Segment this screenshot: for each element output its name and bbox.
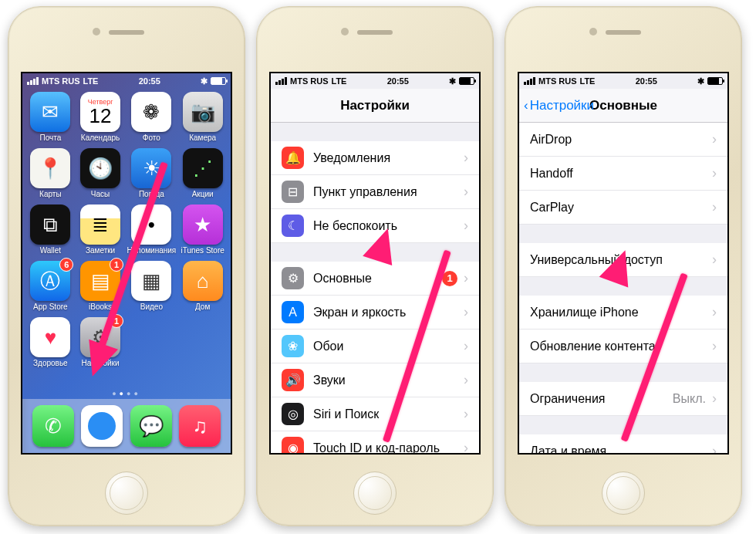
settings-row[interactable]: ☾Не беспокоить› <box>271 209 479 243</box>
app-clock[interactable]: 🕙Часы <box>77 148 124 198</box>
signal-icon <box>524 77 535 85</box>
bluetooth-icon: ✱ <box>697 76 704 86</box>
app-mail[interactable]: ✉Почта <box>27 92 74 142</box>
bluetooth-icon: ✱ <box>201 76 208 86</box>
row-label: Siri и Поиск <box>313 407 379 421</box>
app-ibooks[interactable]: ▤1iBooks <box>77 261 124 311</box>
app-label: Настройки <box>77 359 124 367</box>
app-itunes[interactable]: ★iTunes Store <box>179 204 226 255</box>
settings-row[interactable]: Хранилище iPhone› <box>519 296 727 330</box>
music-app[interactable]: ♫ <box>179 405 221 447</box>
app-health[interactable]: ♥Здоровье <box>27 317 74 367</box>
app-label: Заметки <box>77 246 124 255</box>
app-label: iTunes Store <box>179 246 226 255</box>
app-settings[interactable]: ⚙1Настройки <box>77 317 124 367</box>
speaker <box>606 30 641 35</box>
settings-row[interactable]: ◎Siri и Поиск› <box>271 397 479 431</box>
safari-app[interactable] <box>81 405 123 447</box>
app-camera[interactable]: 📷Камера <box>179 92 226 142</box>
row-icon: 🔔 <box>282 147 304 169</box>
row-icon: ❀ <box>282 335 304 357</box>
settings-row[interactable]: CarPlay› <box>519 191 727 225</box>
app-label: iBooks <box>77 302 124 311</box>
row-label: Не беспокоить <box>313 219 397 233</box>
back-label: Настройки <box>530 98 594 113</box>
settings-row[interactable]: ОграниченияВыкл.› <box>519 382 727 416</box>
photos-icon: ❁ <box>131 92 171 132</box>
bluetooth-icon: ✱ <box>449 76 456 86</box>
home-button[interactable] <box>602 471 645 515</box>
clock-icon: 🕙 <box>80 148 120 188</box>
settings-row[interactable]: Обновление контента› <box>519 330 727 363</box>
phone-settings: MTS RUS LTE 20:55 ✱ Настройки 🔔Уведомлен… <box>256 6 494 526</box>
chevron-right-icon: › <box>712 304 717 320</box>
maps-icon: 📍 <box>30 148 70 188</box>
app-weather[interactable]: ☀Погода <box>127 148 176 198</box>
row-icon: A <box>282 301 304 323</box>
app-notes[interactable]: ≣Заметки <box>77 204 124 255</box>
settings-row[interactable]: AirDrop› <box>519 123 727 157</box>
settings-row[interactable]: Дата и время› <box>519 434 727 455</box>
chevron-right-icon: › <box>712 443 717 455</box>
row-label: Дата и время <box>530 444 606 455</box>
settings-row[interactable]: ⚙Основные1› <box>271 262 479 296</box>
chevron-right-icon: › <box>712 199 717 215</box>
row-label: AirDrop <box>530 133 572 147</box>
app-home[interactable]: ⌂Дом <box>179 261 226 311</box>
row-label: Обновление контента <box>530 340 656 353</box>
row-label: Уведомления <box>313 151 390 165</box>
page-dots[interactable]: ●●●● <box>22 390 231 397</box>
chevron-right-icon: › <box>712 131 717 147</box>
phone-app[interactable]: ✆ <box>32 405 74 447</box>
app-reminders[interactable]: •Напоминания <box>127 204 176 255</box>
back-button[interactable]: ‹ Настройки <box>524 98 594 113</box>
settings-row[interactable]: Handoff› <box>519 157 727 191</box>
app-label: Погода <box>127 190 176 198</box>
carrier: MTS RUS <box>538 76 577 86</box>
home-button[interactable] <box>105 471 148 515</box>
chevron-right-icon: › <box>464 150 468 166</box>
app-maps[interactable]: 📍Карты <box>27 148 74 198</box>
net-label: LTE <box>83 76 99 86</box>
settings-row[interactable]: ⊟Пункт управления› <box>271 175 479 209</box>
chevron-right-icon: › <box>464 184 468 200</box>
settings-row[interactable]: 🔔Уведомления› <box>271 141 479 175</box>
navbar: ‹ Настройки Основные <box>519 89 727 123</box>
settings-row[interactable]: 🔊Звуки› <box>271 363 479 397</box>
chevron-right-icon: › <box>464 270 468 286</box>
home-icon: ⌂ <box>183 261 223 301</box>
app-photos[interactable]: ❁Фото <box>127 92 176 142</box>
row-label: Handoff <box>530 167 573 181</box>
app-label: App Store <box>27 302 74 311</box>
row-label: Основные <box>313 272 372 286</box>
row-label: Ограничения <box>530 392 606 406</box>
messages-app[interactable]: 💬 <box>130 405 172 447</box>
appstore-icon: Ⓐ6 <box>30 261 70 301</box>
notes-icon: ≣ <box>80 204 120 245</box>
chevron-right-icon: › <box>712 390 717 407</box>
row-icon: 🔊 <box>282 369 304 391</box>
app-video[interactable]: ▦Видео <box>127 261 176 311</box>
chevron-right-icon: › <box>464 440 468 455</box>
phone-home: MTS RUS LTE 20:55 ✱ ✉ПочтаЧетверг12Кален… <box>8 6 245 526</box>
app-label: Wallet <box>27 246 74 255</box>
battery-icon <box>211 77 226 85</box>
app-label: Дом <box>179 302 226 311</box>
row-label: Звуки <box>313 373 346 387</box>
settings-row[interactable]: AЭкран и яркость› <box>271 296 479 330</box>
settings-row[interactable]: ◉Touch ID и код-пароль› <box>271 431 479 455</box>
app-appstore[interactable]: Ⓐ6App Store <box>27 261 74 311</box>
app-wallet[interactable]: ⧉Wallet <box>27 204 74 255</box>
app-label: Здоровье <box>27 359 74 367</box>
home-button[interactable] <box>353 471 397 515</box>
settings-row[interactable]: Универсальный доступ› <box>519 243 727 277</box>
app-label: Почта <box>27 134 74 142</box>
app-cal[interactable]: Четверг12Календарь <box>77 92 124 142</box>
app-stocks[interactable]: ⋰Акции <box>179 148 226 198</box>
signal-icon <box>275 77 287 85</box>
battery-icon <box>459 77 474 85</box>
settings-row[interactable]: ❀Обои› <box>271 330 479 363</box>
page-title: Основные <box>589 98 657 113</box>
row-icon: ⚙ <box>282 267 304 289</box>
front-camera <box>341 28 349 35</box>
